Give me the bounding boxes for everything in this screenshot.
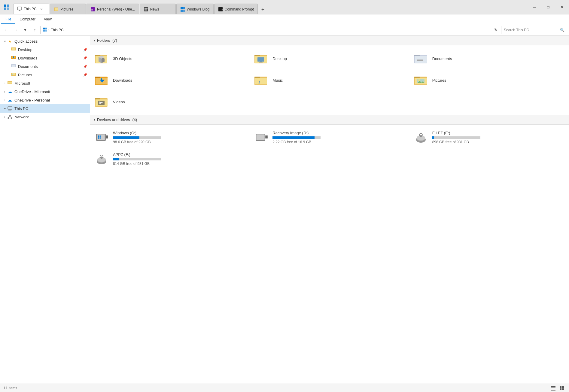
sidebar-item-pictures[interactable]: Pictures 📌	[0, 71, 90, 79]
onedrive-ms-icon: ☁	[7, 89, 13, 94]
search-input[interactable]	[504, 28, 560, 32]
address-box[interactable]: › This PC	[40, 26, 490, 34]
svg-point-42	[8, 117, 9, 119]
sidebar-item-documents[interactable]: Documents 📌	[0, 62, 90, 71]
desktop-pin-icon: 📌	[83, 48, 87, 52]
maximize-button[interactable]: □	[541, 2, 555, 12]
ribbon-tab-computer[interactable]: Computer	[15, 14, 40, 24]
svg-rect-6	[18, 11, 21, 11]
folder-item-pictures[interactable]: Pictures	[409, 69, 569, 91]
sidebar-pictures-label: Pictures	[18, 73, 82, 77]
folder-item-3d-objects[interactable]: 3D Objects	[90, 48, 250, 69]
tab-pictures[interactable]: Pictures	[50, 4, 86, 14]
sidebar-item-onedrive-ms[interactable]: › ☁ OneDrive - Microsoft	[0, 87, 90, 96]
onedrive-ms-toggle: ›	[2, 90, 7, 93]
main-layout: ▾ ★ Quick access Desktop 📌	[0, 36, 569, 384]
network-toggle: ›	[2, 115, 7, 119]
address-icon	[43, 27, 48, 32]
sidebar-item-microsoft[interactable]: › Microsoft	[0, 79, 90, 87]
new-tab-button[interactable]: +	[258, 5, 267, 14]
tab-windows-blog-label: Windows Blog	[187, 7, 210, 11]
sidebar-item-this-pc[interactable]: ▾ This PC	[0, 104, 90, 113]
drive-item-appz-f[interactable]: APPZ (F:) 814 GB free of 931 GB	[90, 149, 250, 170]
statusbar-item-count: 11 items	[4, 386, 17, 390]
svg-rect-55	[257, 57, 264, 62]
tab-this-pc[interactable]: This PC ✕	[13, 4, 49, 14]
videos-folder-label: Videos	[113, 100, 125, 104]
sidebar-item-downloads[interactable]: Downloads 📌	[0, 54, 90, 62]
svg-point-41	[9, 115, 11, 116]
view-details-button[interactable]	[550, 384, 557, 392]
svg-point-35	[12, 74, 13, 75]
windows-c-bar-fill	[113, 136, 139, 139]
tab-cmd[interactable]: C:\> Command Prompt	[214, 4, 258, 14]
folder-item-videos[interactable]: Videos	[90, 91, 250, 113]
windows-c-name: Windows (C:)	[113, 131, 245, 135]
search-box[interactable]: 🔍	[501, 26, 567, 34]
sidebar-item-onedrive-personal[interactable]: › ☁ OneDrive - Personal	[0, 96, 90, 104]
pictures-pin-icon: 📌	[83, 73, 87, 77]
svg-rect-63	[417, 60, 423, 61]
up-button[interactable]: ↑	[31, 26, 39, 34]
sidebar-item-quick-access[interactable]: ▾ ★ Quick access	[0, 37, 90, 45]
tab-pictures-label: Pictures	[60, 7, 73, 11]
minimize-button[interactable]: ─	[528, 2, 541, 12]
close-button[interactable]: ✕	[555, 2, 569, 12]
pictures-tab-icon	[54, 7, 59, 12]
recovery-d-info: Recovery Image (D:) 2.22 GB free of 16.9…	[272, 131, 404, 144]
svg-rect-13	[145, 9, 147, 10]
svg-rect-5	[19, 10, 20, 11]
recent-button[interactable]: ▼	[21, 26, 29, 34]
sidebar-onedrive-personal-label: OneDrive - Personal	[14, 98, 87, 102]
windows-c-bar-bg	[113, 136, 161, 139]
refresh-button[interactable]: ↻	[491, 26, 500, 34]
tab-onenote[interactable]: N Personal (Web) - One...	[87, 4, 139, 14]
svg-rect-21	[43, 28, 45, 29]
back-button[interactable]: ←	[2, 26, 10, 34]
drive-item-recovery-d[interactable]: Recovery Image (D:) 2.22 GB free of 16.9…	[250, 127, 409, 149]
folders-section-header[interactable]: ▾ Folders (7)	[90, 36, 569, 45]
drives-toggle: ▾	[94, 118, 95, 121]
svg-rect-14	[145, 10, 147, 11]
folder-item-desktop[interactable]: Desktop	[250, 48, 409, 69]
tab-this-pc-close[interactable]: ✕	[39, 7, 44, 11]
sidebar-item-network[interactable]: › Network	[0, 113, 90, 121]
svg-rect-113	[551, 390, 555, 390]
statusbar: 11 items	[0, 384, 569, 392]
appz-f-size: 814 GB free of 931 GB	[113, 162, 245, 166]
svg-rect-97	[265, 137, 268, 138]
drives-grid: Windows (C:) 98.6 GB free of 220 GB	[90, 125, 569, 173]
sidebar-item-desktop[interactable]: Desktop 📌	[0, 45, 90, 54]
desktop-icon	[11, 47, 16, 52]
svg-rect-116	[560, 388, 561, 390]
svg-text:C:\>: C:\>	[219, 8, 223, 11]
drives-section-header[interactable]: ▾ Devices and drives (4)	[90, 115, 569, 125]
svg-rect-88	[100, 135, 101, 137]
addressbar: ← → ▼ ↑ › This PC ↻ 🔍	[0, 24, 569, 36]
ribbon-tab-file[interactable]: File	[1, 14, 15, 24]
onenote-tab-icon: N	[90, 7, 95, 12]
svg-point-109	[101, 158, 102, 159]
svg-rect-15	[181, 7, 183, 9]
this-pc-sidebar-icon	[7, 106, 13, 111]
drive-item-windows-c[interactable]: Windows (C:) 98.6 GB free of 220 GB	[90, 127, 250, 149]
view-tiles-button[interactable]	[558, 384, 565, 392]
tab-news[interactable]: News	[140, 4, 176, 14]
quick-access-toggle: ▾	[2, 40, 7, 43]
folder-item-documents[interactable]: Documents	[409, 48, 569, 69]
appz-f-bar-fill	[113, 158, 119, 160]
drive-item-filez-e[interactable]: FILEZ (E:) 898 GB free of 931 GB	[409, 127, 569, 149]
forward-button[interactable]: →	[11, 26, 20, 34]
sidebar-this-pc-label: This PC	[14, 106, 87, 111]
svg-rect-8	[55, 8, 58, 11]
svg-point-43	[11, 117, 12, 119]
tab-windows-blog[interactable]: Windows Blog	[176, 4, 214, 14]
svg-rect-17	[181, 10, 183, 12]
ribbon-tab-view[interactable]: View	[40, 14, 56, 24]
ribbon-tabs: File Computer View	[0, 14, 569, 24]
svg-line-45	[10, 116, 11, 117]
folder-item-music[interactable]: ♪ Music	[250, 69, 409, 91]
svg-rect-2	[4, 8, 6, 10]
folder-item-downloads[interactable]: Downloads	[90, 69, 250, 91]
3d-objects-label: 3D Objects	[113, 56, 132, 61]
